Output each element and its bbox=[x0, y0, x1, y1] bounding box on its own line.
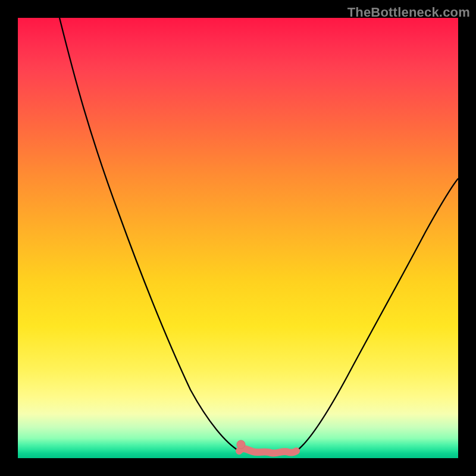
bottleneck-curve-right bbox=[296, 178, 458, 451]
marker-band bbox=[239, 449, 296, 453]
marker-dot-left bbox=[237, 440, 245, 449]
chart-frame bbox=[18, 18, 458, 458]
chart-svg bbox=[18, 18, 458, 458]
bottleneck-curve-left bbox=[60, 18, 239, 451]
